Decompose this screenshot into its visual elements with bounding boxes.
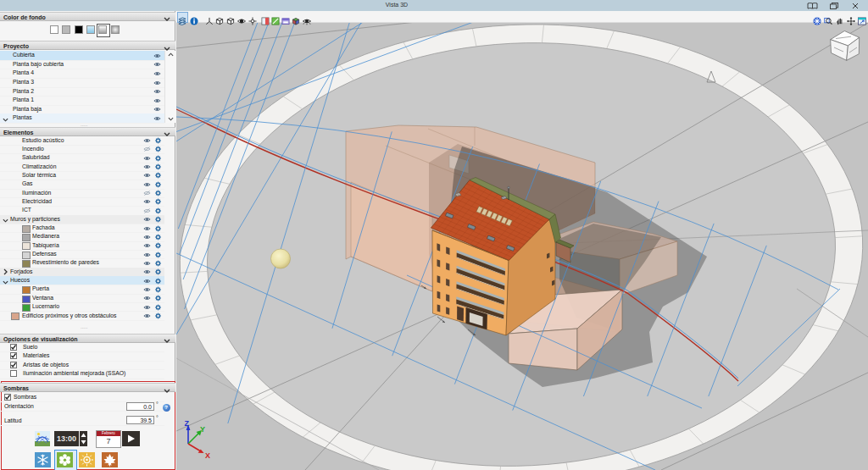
svg-text:X: X [205,451,210,460]
svg-text:Y: Y [200,425,205,434]
svg-text:Z: Z [185,419,190,428]
